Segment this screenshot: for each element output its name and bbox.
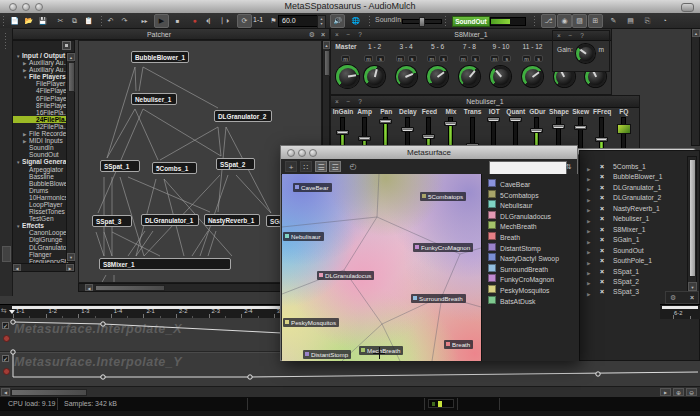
slider-handle[interactable] xyxy=(509,117,522,122)
metasurface-zoom-button[interactable] xyxy=(309,149,317,157)
metasurface-view-icon[interactable]: ⊞ xyxy=(588,14,603,28)
clock-icon[interactable]: ◔ xyxy=(658,15,671,27)
tree-item-10harmonics[interactable]: 10Harmonics xyxy=(13,194,74,201)
master-mute-button[interactable]: m xyxy=(341,55,350,62)
paste-icon[interactable]: 📋 xyxy=(82,15,95,27)
slider-handle[interactable] xyxy=(595,137,608,142)
channel-solo-button[interactable]: s xyxy=(408,55,417,62)
lane-y-record-icon[interactable] xyxy=(3,368,10,375)
tree-item-6fileplayer[interactable]: 6FilePlayer xyxy=(13,95,74,102)
speaker-icon[interactable]: 🔊 xyxy=(330,14,345,28)
snapshot-list-item[interactable]: DLGranuladocus xyxy=(488,211,551,221)
patcher-settings-icon[interactable]: ⚙ xyxy=(309,29,315,40)
metasurface-close-button[interactable] xyxy=(287,149,295,157)
slider-handle[interactable] xyxy=(530,128,543,133)
automation-close-icon[interactable]: × xyxy=(690,293,694,303)
slider-handle[interactable] xyxy=(358,136,371,141)
surface-snapshot-cavebear[interactable]: CaveBear xyxy=(293,183,332,192)
dock-grip[interactable] xyxy=(4,32,7,50)
tree-item-soundout[interactable]: SoundOut xyxy=(13,151,74,158)
sort-menu-icon[interactable]: ⇅ xyxy=(563,161,575,172)
channel-knob[interactable] xyxy=(522,66,543,87)
channel-solo-button[interactable]: s xyxy=(439,55,448,62)
channel-solo-button[interactable]: s xyxy=(471,55,480,62)
channel-knob[interactable] xyxy=(459,66,480,87)
channel-mute-button[interactable]: m xyxy=(459,55,468,62)
automation-item-5combs_1[interactable]: ▶×5Combs_1 xyxy=(580,162,699,172)
slider-handle[interactable] xyxy=(444,121,457,126)
metasurface-surface[interactable]: CaveBear5CombatopsNebulisaurFunkyCroMagn… xyxy=(282,174,481,361)
channel-mute-button[interactable]: m xyxy=(396,55,405,62)
tree-item-16filepla-[interactable]: 16FilePla... xyxy=(13,109,74,116)
toolbar-toggle-button[interactable] xyxy=(681,3,694,12)
clipboard-icon[interactable]: ⎘ xyxy=(641,15,654,27)
tree-item-effects[interactable]: ▼Effects xyxy=(13,222,74,229)
slider-handle[interactable] xyxy=(336,130,349,135)
tempo-spinner[interactable]: ▴▾ xyxy=(317,15,326,29)
patcher-node-nebuliser_1[interactable]: Nebuliser_1 xyxy=(131,93,177,105)
automation-item-soundout[interactable]: ▶×SoundOut xyxy=(580,246,699,256)
save-file-icon[interactable]: 💾 xyxy=(36,15,49,27)
loop-button[interactable]: ⟳ xyxy=(237,14,252,28)
playhead-marker[interactable] xyxy=(9,310,15,314)
stop-button[interactable]: ■ xyxy=(171,15,184,27)
automation-marker-icon[interactable]: × xyxy=(600,277,604,287)
slider-handle[interactable] xyxy=(379,119,392,124)
channel-mute-button[interactable]: m xyxy=(364,55,373,62)
automation-marker-icon[interactable]: × xyxy=(600,246,604,256)
surface-snapshot-dlgranuladocus[interactable]: DLGranuladocus xyxy=(317,271,374,280)
dock-tab[interactable] xyxy=(2,246,11,262)
tree-item-auxiliary-au-[interactable]: ▶Auxiliary Au... xyxy=(13,59,74,66)
toolbar-grip[interactable] xyxy=(533,15,536,26)
automation-item-southpole_1[interactable]: ▶×SouthPole_1 xyxy=(580,256,699,266)
cut-icon[interactable]: ✂ xyxy=(54,15,67,27)
channel-mute-button[interactable]: m xyxy=(522,55,531,62)
automation-item-dlgranulator_1[interactable]: ▶×DLGranulator_1 xyxy=(580,183,699,193)
toolbar-grip[interactable] xyxy=(2,15,5,26)
patcher-node-dlgranulator_1[interactable]: DLGranulator_1 xyxy=(141,214,199,226)
tree-item-input-output[interactable]: ▼Input / Output xyxy=(13,52,74,59)
snapshot-list-item[interactable]: PeskyMosquitos xyxy=(488,285,550,295)
soundout-selected-label[interactable]: SoundOut xyxy=(452,16,490,27)
automation-marker-icon[interactable]: × xyxy=(600,204,604,214)
snapshot-list-item[interactable]: FunkyCroMagnon xyxy=(488,274,554,284)
play-from-start-button[interactable]: ▸▸ xyxy=(138,15,151,27)
documents-view-icon[interactable]: ▨ xyxy=(572,14,587,28)
redo-icon[interactable]: ↷ xyxy=(118,15,131,27)
snapshot-list-item[interactable]: BatsAtDusk xyxy=(488,296,536,306)
automation-marker-icon[interactable]: × xyxy=(600,287,604,297)
automation-settings-icon[interactable]: ⚙ xyxy=(670,293,676,303)
edit-pencil-icon[interactable]: ✎ xyxy=(607,15,620,27)
tree-item-flanger[interactable]: Flanger xyxy=(13,251,74,258)
patcher-node-5combs_1[interactable]: 5Combs_1 xyxy=(152,162,197,174)
list-view-button[interactable]: ☰ xyxy=(315,161,327,172)
tree-item-auxiliary-au-[interactable]: ▶Auxiliary Au... xyxy=(13,66,74,73)
automation-item-s8mixer_1[interactable]: ▶×S8Mixer_1 xyxy=(580,225,699,235)
snapshot-list-item[interactable]: NastyDactyl Swoop xyxy=(488,253,559,263)
surface-snapshot-surroundbreath[interactable]: SurroundBreath xyxy=(411,294,466,303)
soundin-fader[interactable] xyxy=(402,19,442,24)
contraptions-view-icon[interactable]: ◉ xyxy=(557,14,572,28)
expander-icon[interactable]: ▶ xyxy=(587,290,590,300)
lane-x-record-icon[interactable] xyxy=(3,335,10,342)
forward-button[interactable]: ▏⏵ xyxy=(219,15,232,27)
automation-item-nebuliser_1[interactable]: ▶×Nebuliser_1 xyxy=(580,214,699,224)
slider-handle[interactable] xyxy=(401,127,414,132)
automation-marker-icon[interactable]: × xyxy=(600,193,604,203)
channel-knob[interactable] xyxy=(364,66,385,87)
automation-marker-icon[interactable]: × xyxy=(600,162,604,172)
slider-handle[interactable] xyxy=(487,117,500,122)
soundin-fader-thumb[interactable] xyxy=(419,17,425,27)
tree-item-8fileplayer[interactable]: 8FilePlayer xyxy=(13,102,74,109)
automation-item-nastyreverb_1[interactable]: ▶×NastyReverb_1 xyxy=(580,204,699,214)
snapshot-search-input[interactable] xyxy=(489,161,567,175)
automation-marker-icon[interactable]: × xyxy=(600,214,604,224)
patcher-node-dlgranulator_2[interactable]: DLGranulator_2 xyxy=(214,110,272,122)
toolbar-grip[interactable] xyxy=(444,15,447,26)
new-file-icon[interactable]: 📄 xyxy=(8,15,21,27)
gain-mute-label[interactable]: m xyxy=(599,46,605,53)
automations-scrollbar[interactable]: ▼ xyxy=(687,156,697,292)
tree-item-digigrunge[interactable]: DigiGrunge xyxy=(13,236,74,243)
undo-icon[interactable]: ↶ xyxy=(104,15,117,27)
gain-window-buttons[interactable]: × − ? xyxy=(557,31,587,40)
